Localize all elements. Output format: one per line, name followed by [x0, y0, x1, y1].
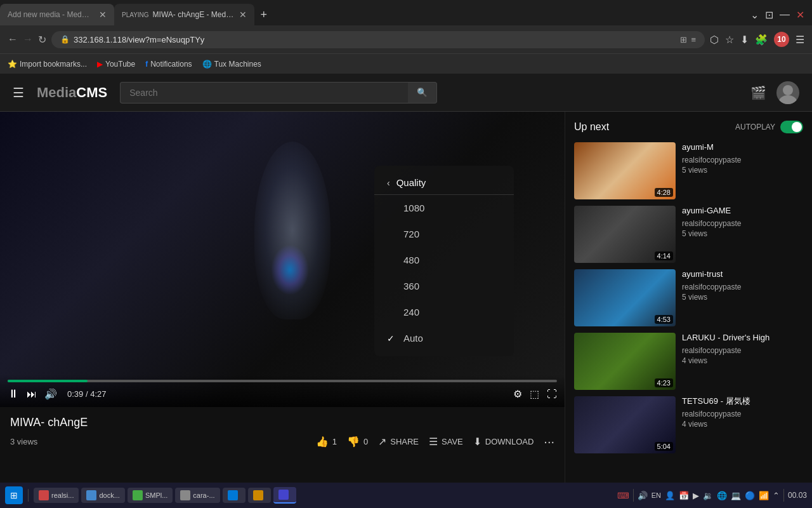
quality-option-1080[interactable]: 1080: [374, 195, 514, 221]
wifi-icon[interactable]: 📶: [759, 491, 769, 500]
quality-option-auto[interactable]: ✓ Auto: [374, 325, 514, 351]
search-button[interactable]: 🔍: [408, 82, 437, 104]
search-input[interactable]: [120, 82, 408, 104]
taskbar-item-0[interactable]: realsi...: [34, 488, 79, 503]
battery-icon[interactable]: 💻: [731, 491, 741, 500]
taskbar-icon-0: [39, 490, 49, 500]
refresh-button[interactable]: ↻: [38, 34, 46, 46]
sidebar-title-2: ayumi-trust: [682, 269, 803, 280]
quality-label-720: 720: [403, 229, 419, 239]
taskbar-item-4[interactable]: [223, 488, 246, 503]
app-logo[interactable]: MediaCMS: [37, 84, 107, 101]
taskbar-label-0: realsi...: [51, 491, 74, 499]
start-button[interactable]: ⊞: [5, 486, 23, 504]
autoplay-toggle[interactable]: [780, 121, 803, 133]
minimize-button[interactable]: —: [780, 9, 790, 20]
progress-bar[interactable]: [8, 380, 557, 382]
profile-badge[interactable]: 10: [774, 32, 789, 47]
forward-button[interactable]: →: [23, 34, 33, 45]
extensions-icon[interactable]: 🧩: [755, 34, 768, 46]
pip-button[interactable]: ⬚: [530, 388, 539, 400]
taskbar-item-3[interactable]: cara-...: [175, 488, 219, 503]
bookmark-youtube-label: YouTube: [105, 60, 135, 69]
tab-2-close[interactable]: ✕: [239, 10, 247, 20]
user-icon[interactable]: 👤: [665, 491, 675, 500]
quality-label-240: 240: [403, 307, 419, 318]
quality-label-360: 360: [403, 281, 419, 291]
volume-taskbar-icon[interactable]: 🔉: [703, 491, 713, 500]
restore-button[interactable]: ⊡: [765, 9, 773, 21]
system-clock[interactable]: 00.03: [788, 491, 807, 500]
quality-option-240[interactable]: 240: [374, 299, 514, 325]
save-button[interactable]: ☰ SAVE: [429, 436, 463, 448]
language-indicator[interactable]: EN: [652, 491, 661, 499]
fullscreen-button[interactable]: ⛶: [547, 389, 557, 400]
settings-icon[interactable]: ☰: [796, 34, 804, 46]
upload-button[interactable]: 🎬: [750, 85, 766, 100]
bluetooth-icon[interactable]: 🔵: [745, 491, 755, 500]
taskbar-item-active[interactable]: [273, 487, 296, 504]
video-section: ‹ Quality 1080 720 480: [0, 112, 565, 508]
like-button[interactable]: 👍 1: [316, 436, 337, 448]
tab-1-close[interactable]: ✕: [99, 10, 107, 20]
bookmark-youtube[interactable]: ▶ YouTube: [97, 60, 135, 69]
sidebar-title-0: ayumi-M: [682, 142, 803, 153]
bookmark-import[interactable]: ⭐ Import bookmarks...: [8, 60, 87, 69]
quality-option-360[interactable]: 360: [374, 273, 514, 299]
sidebar-info-2: ayumi-trust realsifocopypaste 5 views: [682, 269, 803, 326]
skip-button[interactable]: ⏭: [27, 389, 37, 400]
volume-button[interactable]: 🔊: [44, 388, 57, 400]
calendar-icon[interactable]: 📅: [679, 491, 689, 500]
sidebar: Up next AUTOPLAY 4:28 ayumi-M realsifoco…: [565, 112, 812, 508]
taskbar-icon-1: [86, 490, 96, 500]
time-display: 0:39 / 4:27: [67, 389, 106, 399]
share-button[interactable]: ↗ SHARE: [378, 436, 419, 448]
new-tab-button[interactable]: +: [254, 8, 274, 22]
tab-bar-menu[interactable]: ⌄: [750, 9, 759, 21]
hamburger-menu[interactable]: ☰: [13, 85, 24, 100]
controls-row: ⏸ ⏭ 🔊 0:39 / 4:27 ⚙ ⬚ ⛶: [8, 387, 557, 401]
taskbar-item-5[interactable]: [248, 488, 271, 503]
network-icon[interactable]: 🌐: [717, 491, 727, 500]
user-avatar[interactable]: [776, 81, 799, 104]
play-icon[interactable]: ▶: [693, 491, 699, 500]
play-pause-button[interactable]: ⏸: [8, 387, 19, 401]
download-icon[interactable]: ⬇: [740, 34, 749, 46]
sidebar-video-1[interactable]: 4:14 ayumi-GAME realsifocopypaste 5 view…: [574, 206, 803, 263]
tab-1[interactable]: Add new media - Media... ✕: [0, 4, 114, 25]
screenshot-icon[interactable]: ⬡: [710, 34, 719, 46]
settings-gear-icon[interactable]: ⚙: [513, 388, 522, 400]
speaker-icon[interactable]: 🔊: [638, 491, 648, 500]
sidebar-views-1: 5 views: [682, 229, 803, 238]
address-bar: ← → ↻ 🔒 332.168.1.118/view?m=eNsuqpTYy ⊞…: [0, 25, 812, 53]
bookmark-notifications[interactable]: f Notifications: [145, 60, 192, 69]
quality-back-arrow[interactable]: ‹: [387, 178, 390, 188]
bookmark-tux[interactable]: 🌐 Tux Machines: [202, 60, 261, 69]
clock-time: 00.03: [788, 491, 807, 500]
quality-header[interactable]: ‹ Quality: [374, 171, 514, 195]
url-bar[interactable]: 🔒 332.168.1.118/view?m=eNsuqpTYy ⊞ ≡: [51, 31, 705, 48]
tab-2[interactable]: PLAYING MIWA- chAngE - MediaC... ✕: [114, 4, 254, 25]
tab-2-title: MIWA- chAngE - MediaC...: [153, 10, 235, 19]
system-tray-expand[interactable]: ⌃: [773, 491, 780, 500]
sidebar-video-3[interactable]: 4:23 LARUKU - Driver's High realsifocopy…: [574, 333, 803, 390]
more-options-button[interactable]: ···: [544, 434, 554, 449]
taskbar-item-1[interactable]: dock...: [81, 488, 124, 503]
quality-option-720[interactable]: 720: [374, 221, 514, 247]
taskbar-item-2[interactable]: SMPl...: [128, 488, 173, 503]
dislike-button[interactable]: 👎 0: [347, 436, 368, 448]
share-icon: ↗: [378, 436, 386, 448]
quality-header-label: Quality: [396, 177, 426, 188]
sidebar-thumb-4: 5:04: [574, 396, 676, 453]
quality-option-480[interactable]: 480: [374, 247, 514, 273]
bookmark-star[interactable]: ☆: [725, 34, 734, 46]
sidebar-video-2[interactable]: 4:53 ayumi-trust realsifocopypaste 5 vie…: [574, 269, 803, 326]
close-window-button[interactable]: ✕: [796, 9, 804, 21]
sidebar-video-4[interactable]: 5:04 TETSU69 - 屠気楼 realsifocopypaste 4 v…: [574, 396, 803, 453]
back-button[interactable]: ←: [8, 34, 18, 45]
download-button[interactable]: ⬇ DOWNLOAD: [473, 436, 534, 448]
sidebar-video-0[interactable]: 4:28 ayumi-M realsifocopypaste 5 views: [574, 142, 803, 199]
url-icons: ⊞ ≡: [680, 35, 696, 44]
autoplay-knob: [792, 122, 802, 132]
keyboard-icon[interactable]: ⌨: [617, 491, 629, 500]
